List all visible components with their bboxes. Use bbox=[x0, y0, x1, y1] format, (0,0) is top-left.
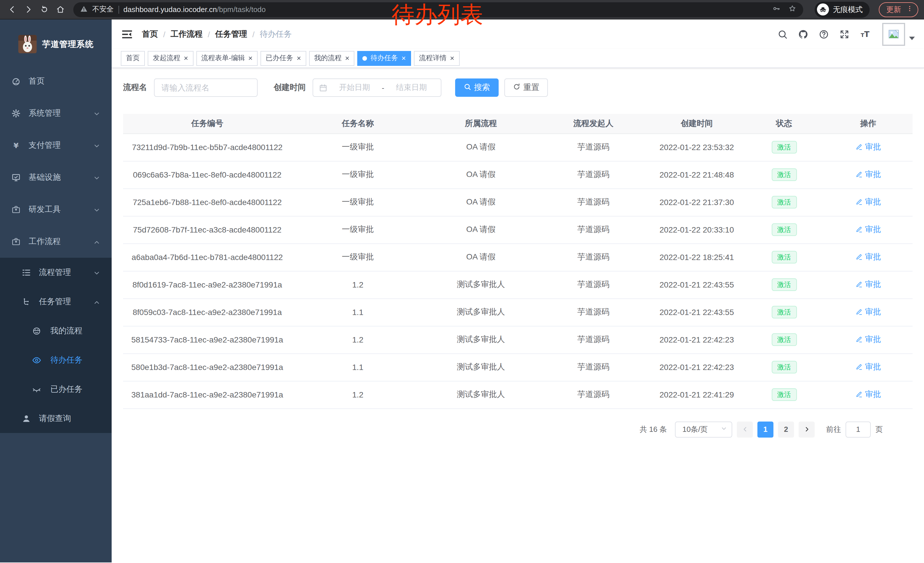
cell-action: 审批 bbox=[824, 216, 912, 243]
search-button[interactable]: 搜索 bbox=[455, 78, 499, 97]
question-icon[interactable] bbox=[818, 29, 829, 39]
close-icon[interactable]: × bbox=[345, 54, 350, 62]
approve-link[interactable]: 审批 bbox=[855, 279, 881, 290]
cell-task-name: 1.1 bbox=[291, 353, 424, 381]
sidebar-item-done-task[interactable]: 已办任务 bbox=[0, 375, 112, 404]
sidebar-item-workflow[interactable]: 工作流程 bbox=[0, 226, 112, 258]
approve-link[interactable]: 审批 bbox=[855, 225, 881, 235]
tab-待办任务[interactable]: 待办任务× bbox=[357, 51, 411, 66]
reset-button-label: 重置 bbox=[523, 83, 539, 93]
page-number-2[interactable]: 2 bbox=[778, 421, 794, 437]
jump-page-input[interactable] bbox=[846, 421, 871, 437]
close-icon[interactable]: × bbox=[450, 54, 454, 62]
table-header-row: 任务编号任务名称所属流程流程发起人创建时间状态操作 bbox=[123, 114, 912, 134]
page-size-select[interactable]: 10条/页 bbox=[675, 421, 732, 437]
sidebar-item-devtools[interactable]: 研发工具 bbox=[0, 194, 112, 226]
close-icon[interactable]: × bbox=[184, 54, 188, 62]
breadcrumb-item[interactable]: 工作流程 bbox=[171, 29, 202, 39]
active-tab-dot bbox=[363, 56, 367, 60]
approve-link[interactable]: 审批 bbox=[855, 307, 881, 317]
approve-link[interactable]: 审批 bbox=[855, 197, 881, 207]
browser-update-button[interactable]: 更新 bbox=[879, 2, 918, 17]
sidebar-item-todo-task[interactable]: 待办任务 bbox=[0, 345, 112, 375]
sidebar-item-label: 已办任务 bbox=[50, 384, 82, 394]
approve-link[interactable]: 审批 bbox=[855, 170, 881, 180]
sidebar-item-label: 待办任务 bbox=[50, 355, 82, 365]
sidebar-item-task-mgmt[interactable]: 任务管理 bbox=[0, 287, 112, 316]
approve-link[interactable]: 审批 bbox=[855, 389, 881, 400]
page-url[interactable]: dashboard.yudao.iocoder.cn/bpm/task/todo bbox=[123, 5, 768, 14]
bookmark-star-icon[interactable] bbox=[788, 4, 796, 15]
sidebar-item-process-mgmt[interactable]: 流程管理 bbox=[0, 258, 112, 287]
edit-pencil-icon bbox=[855, 308, 863, 316]
tab-首页[interactable]: 首页 bbox=[121, 51, 145, 66]
reset-button[interactable]: 重置 bbox=[504, 78, 548, 97]
address-bar[interactable]: 不安全 dashboard.yudao.iocoder.cn/bpm/task/… bbox=[73, 2, 803, 17]
sidebar-item-home[interactable]: 首页 bbox=[0, 65, 112, 98]
cell-create-time: 2022-01-22 20:33:10 bbox=[649, 216, 744, 243]
sidebar-item-label: 支付管理 bbox=[28, 140, 61, 151]
close-icon[interactable]: × bbox=[402, 54, 406, 62]
sidebar-logo[interactable]: 芋道管理系统 bbox=[0, 20, 112, 65]
fullscreen-icon[interactable] bbox=[839, 29, 850, 39]
collapse-sidebar-icon[interactable] bbox=[122, 29, 133, 40]
sidebar-item-label: 我的流程 bbox=[50, 326, 82, 336]
sidebar-item-label: 请假查询 bbox=[39, 413, 71, 423]
page-number-1[interactable]: 1 bbox=[758, 421, 773, 437]
font-size-icon[interactable]: TT bbox=[859, 29, 870, 39]
date-range-picker[interactable]: 开始日期 - 结束日期 bbox=[313, 78, 441, 97]
tab-已办任务[interactable]: 已办任务× bbox=[261, 51, 306, 66]
start-date-placeholder[interactable]: 开始日期 bbox=[331, 83, 378, 93]
url-path: /bpm/task/todo bbox=[217, 5, 266, 14]
browser-menu-icon[interactable] bbox=[906, 5, 913, 14]
sidebar-item-system[interactable]: 系统管理 bbox=[0, 98, 112, 129]
logo-image bbox=[18, 35, 36, 53]
next-page-button[interactable] bbox=[799, 421, 814, 437]
github-icon[interactable] bbox=[798, 29, 808, 39]
cell-task-name: 一级审批 bbox=[291, 161, 424, 188]
approve-link[interactable]: 审批 bbox=[855, 252, 881, 262]
end-date-placeholder[interactable]: 结束日期 bbox=[388, 83, 435, 93]
browser-forward-icon[interactable] bbox=[22, 3, 34, 16]
search-icon[interactable] bbox=[777, 29, 788, 39]
user-avatar-menu[interactable] bbox=[882, 23, 915, 45]
chevron-down-icon bbox=[721, 425, 727, 434]
password-key-icon[interactable] bbox=[772, 4, 780, 15]
cell-task-name: 一级审批 bbox=[291, 243, 424, 271]
filter-bar: 流程名 创建时间 开始日期 - 结束日期 搜索 重 bbox=[123, 78, 912, 97]
todo-table: 任务编号任务名称所属流程流程发起人创建时间状态操作 73211d9d-7b9b-… bbox=[123, 114, 912, 408]
sidebar-item-payment[interactable]: ¥支付管理 bbox=[0, 129, 112, 162]
tab-流程详情[interactable]: 流程详情× bbox=[414, 51, 459, 66]
approve-link[interactable]: 审批 bbox=[855, 142, 881, 152]
approve-link[interactable]: 审批 bbox=[855, 335, 881, 345]
sidebar-item-label: 工作流程 bbox=[28, 237, 61, 247]
column-header: 任务编号 bbox=[123, 114, 291, 134]
avatar[interactable] bbox=[882, 23, 905, 45]
breadcrumb-item[interactable]: 任务管理 bbox=[215, 29, 248, 39]
table-row: 73211d9d-7b9b-11ec-b5b7-acde48001122一级审批… bbox=[123, 134, 912, 161]
cell-status: 激活 bbox=[744, 188, 824, 216]
status-badge: 激活 bbox=[771, 306, 796, 318]
tab-发起流程[interactable]: 发起流程× bbox=[148, 51, 193, 66]
process-name-input[interactable] bbox=[154, 78, 258, 97]
sidebar-item-leave-query[interactable]: 请假查询 bbox=[0, 404, 112, 433]
table-row: 580e1b3d-7ac8-11ec-a9e2-a2380e71991a1.1测… bbox=[123, 353, 912, 381]
breadcrumb-item[interactable]: 首页 bbox=[142, 29, 158, 39]
prev-page-button[interactable] bbox=[737, 421, 753, 437]
sidebar-item-infra[interactable]: 基础设施 bbox=[0, 162, 112, 194]
sidebar-item-my-process[interactable]: 我的流程 bbox=[0, 316, 112, 345]
edit-pencil-icon bbox=[855, 198, 863, 206]
cell-task-id: 58154733-7ac8-11ec-a9e2-a2380e71991a bbox=[123, 326, 291, 353]
tab-我的流程[interactable]: 我的流程× bbox=[309, 51, 355, 66]
browser-home-icon[interactable] bbox=[54, 3, 66, 16]
tab-流程表单-编辑[interactable]: 流程表单-编辑× bbox=[196, 51, 258, 66]
cell-status: 激活 bbox=[744, 271, 824, 299]
close-icon[interactable]: × bbox=[297, 54, 301, 62]
close-icon[interactable]: × bbox=[248, 54, 252, 62]
cell-task-id: 580e1b3d-7ac8-11ec-a9e2-a2380e71991a bbox=[123, 353, 291, 381]
security-warning-icon[interactable] bbox=[80, 4, 88, 15]
browser-back-icon[interactable] bbox=[6, 3, 18, 16]
approve-link[interactable]: 审批 bbox=[855, 362, 881, 372]
browser-reload-icon[interactable] bbox=[38, 3, 50, 16]
cell-create-time: 2022-01-22 23:53:32 bbox=[649, 134, 744, 161]
